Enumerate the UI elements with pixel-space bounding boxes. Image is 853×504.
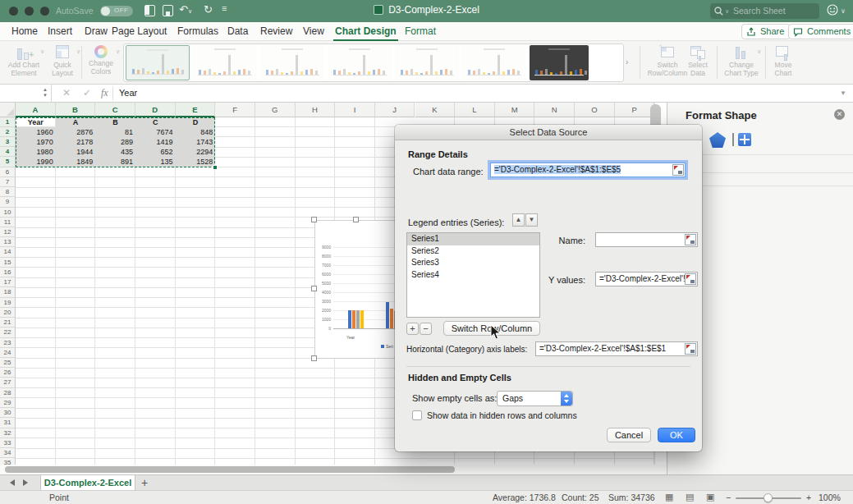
row-header-20[interactable]: 20 [0, 308, 16, 318]
feedback-smiley-icon[interactable]: ∨ [827, 4, 839, 20]
fill-handle[interactable] [213, 165, 218, 170]
row-header-30[interactable]: 30 [0, 408, 16, 418]
y-values-field[interactable]: ='D3-Complex-2-Excel'! [595, 272, 698, 286]
ok-button[interactable]: OK [658, 428, 695, 442]
comments-button[interactable]: Comments [788, 24, 853, 39]
embedded-chart[interactable]: Year Seri 900080007000600050004000300020… [314, 220, 396, 359]
row-header-13[interactable]: 13 [0, 237, 16, 247]
sheet-tab[interactable]: D3-Complex-2-Excel [40, 475, 135, 491]
tab-home[interactable]: Home [10, 22, 39, 41]
column-header-J[interactable]: J [375, 103, 415, 117]
formula-input[interactable]: Year [119, 88, 137, 98]
row-header-2[interactable]: 2 [0, 127, 16, 137]
row-header-12[interactable]: 12 [0, 227, 16, 237]
insert-function-icon[interactable]: fx [101, 87, 108, 99]
tab-chart-design[interactable]: Chart Design [333, 22, 398, 41]
chart-data-range-field[interactable]: ='D3-Complex-2-Excel'!$A$1:$E$5 [490, 163, 686, 177]
size-properties-tab-icon[interactable] [738, 133, 751, 146]
row-header-21[interactable]: 21 [0, 318, 16, 328]
chart-handle-top-mid[interactable] [353, 217, 359, 222]
remove-series-button[interactable]: − [420, 323, 432, 335]
select-all-corner[interactable] [0, 103, 16, 117]
chart-handle-bottom-left[interactable] [311, 355, 317, 361]
select-data-button[interactable]: Select Data [681, 45, 714, 78]
page-break-view-icon[interactable]: ▣ [706, 492, 714, 502]
row-header-14[interactable]: 14 [0, 247, 16, 257]
row-header-26[interactable]: 26 [0, 368, 16, 378]
range-picker-icon[interactable] [685, 273, 696, 285]
row-header-11[interactable]: 11 [0, 218, 16, 227]
row-header-18[interactable]: 18 [0, 287, 16, 297]
column-header-B[interactable]: B [56, 103, 96, 117]
row-header-6[interactable]: 6 [0, 167, 16, 177]
zoom-out-button[interactable]: − [726, 493, 731, 502]
column-header-P[interactable]: P [615, 103, 655, 117]
name-box-stepper[interactable]: ▲▼ [43, 87, 48, 99]
cancel-button[interactable]: Cancel [607, 428, 651, 442]
row-header-1[interactable]: 1 [0, 117, 16, 127]
quick-layout-button[interactable]: ∨ Quick Layout [46, 45, 79, 78]
change-colors-button[interactable]: ∨ Change Colors [84, 45, 118, 76]
row-header-35[interactable]: 35 [0, 458, 16, 465]
tab-format[interactable]: Format [403, 22, 438, 41]
search-input[interactable]: ∨ Search Sheet [710, 3, 819, 19]
column-header-G[interactable]: G [255, 103, 296, 117]
formula-bar-expand-icon[interactable]: ▼ [840, 89, 846, 97]
chart-style-thumb[interactable] [260, 45, 324, 80]
dialog-title[interactable]: Select Data Source [395, 125, 702, 140]
range-picker-icon[interactable] [685, 343, 696, 355]
chart-handle-mid-left[interactable] [311, 286, 317, 291]
hidden-rows-checkbox[interactable] [412, 410, 422, 420]
column-header-E[interactable]: E [176, 103, 216, 117]
tab-data[interactable]: Data [226, 22, 250, 41]
chart-style-thumb[interactable] [126, 45, 190, 80]
add-sheet-button[interactable]: + [141, 476, 148, 489]
column-header-A[interactable]: A [16, 103, 56, 117]
column-header-K[interactable]: K [415, 103, 456, 117]
page-layout-view-icon[interactable]: ▤ [686, 492, 694, 502]
close-pane-icon[interactable]: ✕ [834, 109, 845, 120]
row-header-15[interactable]: 15 [0, 258, 16, 268]
row-header-24[interactable]: 24 [0, 348, 16, 358]
row-header-3[interactable]: 3 [0, 137, 16, 147]
gallery-more-button[interactable]: › [626, 57, 628, 66]
range-picker-icon[interactable] [672, 164, 684, 176]
row-header-25[interactable]: 25 [0, 358, 16, 368]
row-header-27[interactable]: 27 [0, 378, 16, 387]
fill-effects-tab-icon[interactable] [709, 132, 726, 148]
row-header-17[interactable]: 17 [0, 277, 16, 287]
row-header-4[interactable]: 4 [0, 147, 16, 157]
axis-labels-field[interactable]: ='D3-Complex-2-Excel'!$A$1:$E$1 [535, 341, 698, 356]
zoom-in-button[interactable]: + [806, 493, 811, 502]
tab-page-layout[interactable]: Page Layout [110, 22, 168, 41]
chart-handle-top-left[interactable] [311, 217, 317, 222]
row-header-28[interactable]: 28 [0, 388, 16, 398]
row-header-22[interactable]: 22 [0, 328, 16, 337]
move-series-up-button[interactable]: ▲ [512, 213, 525, 227]
column-header-M[interactable]: M [495, 103, 535, 117]
normal-view-icon[interactable]: ▦ [665, 492, 673, 502]
confirm-entry-icon[interactable]: ✓ [83, 87, 91, 99]
series-item-series2[interactable]: Series2 [407, 245, 539, 258]
row-header-34[interactable]: 34 [0, 448, 16, 458]
move-series-down-button[interactable]: ▼ [525, 213, 538, 227]
column-header-H[interactable]: H [296, 103, 336, 117]
change-chart-type-button[interactable]: ∨ Change Chart Type [720, 45, 763, 78]
cancel-entry-icon[interactable]: ✕ [62, 87, 71, 99]
show-empty-dropdown[interactable]: Gaps [497, 391, 573, 406]
column-header-D[interactable]: D [135, 103, 176, 117]
prev-sheet-arrow-icon[interactable] [10, 479, 15, 486]
row-header-8[interactable]: 8 [0, 187, 16, 197]
series-name-field[interactable] [595, 232, 698, 247]
column-header-C[interactable]: C [95, 103, 135, 117]
tab-insert[interactable]: Insert [46, 22, 74, 41]
row-header-19[interactable]: 19 [0, 298, 16, 308]
share-button[interactable]: Share [741, 24, 791, 39]
row-header-23[interactable]: 23 [0, 338, 16, 348]
row-header-7[interactable]: 7 [0, 177, 16, 187]
column-header-N[interactable]: N [534, 103, 575, 117]
chart-style-thumb[interactable] [395, 45, 459, 80]
horizontal-scrollbar-track[interactable] [0, 465, 667, 474]
series-item-series3[interactable]: Series3 [407, 257, 539, 269]
row-header-29[interactable]: 29 [0, 398, 16, 408]
